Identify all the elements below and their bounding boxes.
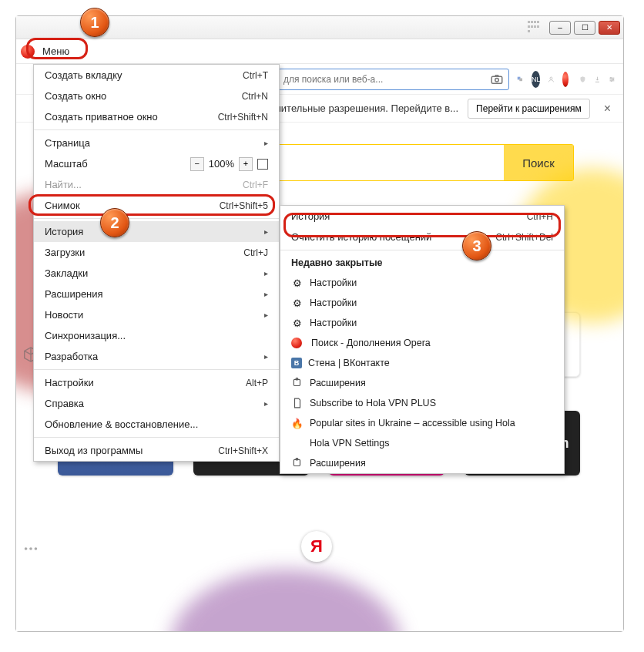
menu-item-help[interactable]: Справка xyxy=(34,393,279,414)
address-bar[interactable] xyxy=(278,69,509,90)
fullscreen-icon[interactable] xyxy=(257,159,268,170)
menu-bar: Меню xyxy=(16,39,623,64)
infobar-close-button[interactable]: × xyxy=(599,102,615,116)
annotation-ring-1 xyxy=(26,38,88,59)
recent-item[interactable]: Subscribe to Hola VPN PLUS xyxy=(280,393,564,413)
fire-icon: 🔥 xyxy=(291,417,304,429)
menu-item-new-private[interactable]: Создать приватное окноCtrl+Shift+N xyxy=(34,106,279,127)
svg-rect-13 xyxy=(293,459,300,465)
menu-item-page[interactable]: Страница xyxy=(34,133,279,153)
svg-point-1 xyxy=(495,78,499,82)
menu-item-new-window[interactable]: Создать окноCtrl+N xyxy=(34,86,279,106)
svg-point-4 xyxy=(550,77,552,79)
svg-rect-0 xyxy=(491,76,502,83)
shield-icon[interactable] xyxy=(579,71,586,88)
window-maximize-button[interactable]: ☐ xyxy=(574,21,595,35)
settings-sliders-icon[interactable] xyxy=(609,71,615,88)
profile-icon[interactable] xyxy=(548,71,555,88)
page-icon xyxy=(291,397,304,409)
recent-item[interactable]: BСтена | ВКонтакте xyxy=(280,353,564,373)
address-input[interactable] xyxy=(283,74,490,85)
menu-item-find: Найти...Ctrl+F xyxy=(34,174,279,195)
opera-profile-icon[interactable] xyxy=(562,72,569,87)
recent-item[interactable]: Расширения xyxy=(280,453,564,473)
menu-item-sync[interactable]: Синхронизация... xyxy=(34,325,279,346)
submenu-section-recent: Недавно закрытые xyxy=(280,253,564,273)
zoom-value: 100% xyxy=(209,158,234,170)
history-submenu: ИсторияCtrl+H Очистить историю посещений… xyxy=(280,205,565,474)
menu-item-new-tab[interactable]: Создать вкладкуCtrl+T xyxy=(34,65,279,86)
annotation-badge-2: 2 xyxy=(100,208,129,237)
menu-item-history[interactable]: История xyxy=(34,221,279,242)
annotation-ring-2 xyxy=(29,194,275,216)
vk-icon: B xyxy=(291,358,302,368)
svg-point-10 xyxy=(35,547,38,550)
recent-item[interactable]: Расширения xyxy=(280,373,564,393)
annotation-badge-1: 1 xyxy=(80,8,109,37)
window-close-button[interactable]: ✕ xyxy=(599,21,620,35)
svg-rect-3 xyxy=(519,78,522,81)
recent-item[interactable]: 🔥Popular sites in Ukraine – accessible u… xyxy=(280,413,564,433)
extension-icon xyxy=(291,377,304,389)
svg-point-9 xyxy=(29,547,32,550)
opera-icon xyxy=(291,338,302,348)
gear-icon: ⚙ xyxy=(291,297,304,309)
extension-icon xyxy=(291,457,304,469)
menu-item-downloads[interactable]: ЗагрузкиCtrl+J xyxy=(34,242,279,263)
annotation-ring-3 xyxy=(283,213,561,237)
infobar-text: олнительные разрешения. Перейдите в... xyxy=(264,103,458,114)
zoom-out-button[interactable]: − xyxy=(190,157,204,171)
svg-point-7 xyxy=(611,80,612,81)
menu-item-extensions[interactable]: Расширения xyxy=(34,284,279,304)
camera-icon[interactable] xyxy=(490,72,504,86)
svg-point-5 xyxy=(610,77,611,78)
menu-item-news[interactable]: Новости xyxy=(34,304,279,325)
grip-icon xyxy=(528,21,542,35)
download-icon[interactable] xyxy=(594,71,601,88)
recent-item[interactable]: Поиск - Дополнения Opera xyxy=(280,333,564,353)
recent-item[interactable]: Hola VPN Settings xyxy=(280,433,564,453)
blank-icon xyxy=(291,437,304,449)
recent-item[interactable]: ⚙Настройки xyxy=(280,273,564,293)
menu-item-settings[interactable]: НастройкиAlt+P xyxy=(34,372,279,393)
browser-window: – ☐ ✕ Меню NL олнительные разрешения. Пе… xyxy=(15,15,624,632)
zoom-in-button[interactable]: + xyxy=(239,157,253,171)
menu-item-zoom: Масштаб − 100% + xyxy=(34,153,279,174)
window-minimize-button[interactable]: – xyxy=(549,21,571,35)
svg-point-8 xyxy=(25,547,28,550)
svg-point-6 xyxy=(612,79,613,79)
nl-badge-icon[interactable]: NL xyxy=(532,71,541,88)
go-to-extensions-button[interactable]: Перейти к расширениям xyxy=(468,99,590,119)
gear-icon: ⚙ xyxy=(291,317,304,329)
recent-item[interactable]: ⚙Настройки xyxy=(280,313,564,333)
annotation-badge-3: 3 xyxy=(462,231,491,260)
recent-item[interactable]: ⚙Настройки xyxy=(280,293,564,313)
translate-icon[interactable] xyxy=(517,71,524,88)
gear-icon: ⚙ xyxy=(291,277,304,289)
menu-item-update[interactable]: Обновление & восстановление... xyxy=(34,414,279,435)
svg-rect-11 xyxy=(293,379,300,385)
yandex-logo-icon[interactable]: Я xyxy=(301,531,332,562)
menu-item-bookmarks[interactable]: Закладки xyxy=(34,263,279,284)
menu-item-dev[interactable]: Разработка xyxy=(34,346,279,367)
main-menu: Создать вкладкуCtrl+T Создать окноCtrl+N… xyxy=(33,64,280,462)
more-icon[interactable] xyxy=(22,540,39,557)
menu-item-exit[interactable]: Выход из программыCtrl+Shift+X xyxy=(34,440,279,461)
